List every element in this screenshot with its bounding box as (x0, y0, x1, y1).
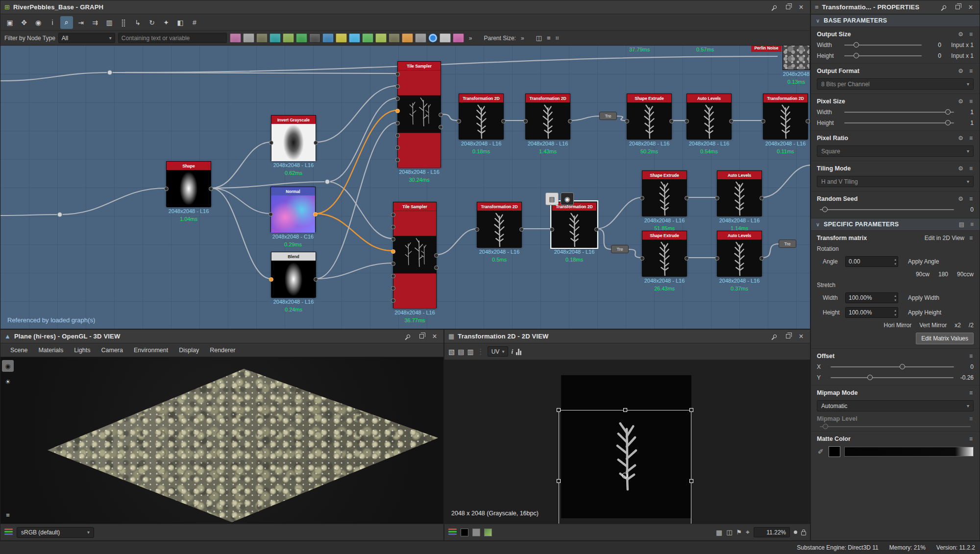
node-type-icon[interactable] (375, 33, 387, 43)
vert-mirror-button[interactable]: Vert Mirror (919, 322, 947, 329)
pixel-height-slider[interactable] (844, 122, 954, 123)
node-port[interactable] (640, 196, 644, 200)
graph-node[interactable]: Shape Extrude (642, 170, 687, 216)
info-icon[interactable]: i (511, 348, 513, 356)
node-port[interactable] (475, 227, 479, 232)
node-port[interactable] (519, 227, 524, 232)
graph-node[interactable]: Tile Sampler (393, 202, 437, 308)
matte-gradient-bar[interactable] (844, 447, 974, 457)
menu-lights[interactable]: Lights (69, 345, 95, 355)
graph-node[interactable]: Tile Sampler (397, 61, 441, 168)
node-port[interactable] (806, 119, 810, 123)
collapsed-node[interactable]: Tre (779, 240, 796, 248)
node-port[interactable] (760, 196, 764, 200)
light-icon[interactable]: ☀ (2, 376, 14, 387)
gizmo-handle[interactable] (557, 479, 561, 483)
expose-parameter-icon[interactable]: ⚙ (957, 135, 964, 142)
gizmo-handle[interactable] (623, 408, 627, 412)
parameter-menu-icon[interactable]: ≡ (968, 68, 974, 74)
close-icon[interactable]: × (796, 332, 806, 341)
graph-node[interactable]: Perlin Noise (751, 46, 810, 70)
node-port[interactable] (457, 119, 461, 123)
edit-matrix-values-button[interactable]: Edit Matrix Values (916, 333, 974, 344)
offset-y-slider[interactable] (831, 377, 954, 378)
node-type-icon[interactable] (230, 33, 241, 43)
specific-parameters-header[interactable]: ∨ SPECIFIC PARAMETERS ▤ ≡ (811, 218, 980, 231)
restore-window-icon[interactable] (953, 2, 962, 12)
node-port[interactable] (625, 119, 629, 123)
uv-mode-select[interactable]: UV▾ (488, 346, 509, 357)
tool-link-create-icon[interactable]: ⇥ (74, 16, 87, 29)
node-port[interactable] (685, 196, 689, 200)
matte-color-swatch[interactable] (829, 446, 840, 457)
view3d-viewport[interactable] (0, 357, 443, 524)
graph-node[interactable]: Shape (166, 161, 211, 207)
output-height-value[interactable]: 0 (929, 52, 941, 59)
node-port[interactable] (395, 121, 400, 125)
offset-x-slider[interactable] (831, 366, 954, 367)
node-port[interactable] (395, 145, 400, 150)
node-wire[interactable] (0, 215, 60, 216)
node-type-icon[interactable] (243, 33, 254, 43)
preset-icon[interactable]: ▤ (958, 221, 965, 228)
channels-icon[interactable] (448, 529, 457, 536)
graph-node[interactable]: Shape Extrude (627, 94, 672, 139)
graph-search-input[interactable] (118, 33, 227, 43)
node-port[interactable] (439, 125, 443, 129)
pixel-ratio-select[interactable]: Square▾ (817, 145, 974, 157)
node-pin-output-button[interactable]: ◉ (561, 193, 574, 205)
parameter-menu-icon[interactable]: ≡ (968, 435, 974, 442)
camera-icon[interactable]: ◉ (2, 360, 14, 372)
tool-camera-icon[interactable]: ◉ (32, 16, 45, 29)
parameter-menu-icon[interactable]: ≡ (968, 135, 974, 142)
close-icon[interactable]: × (430, 332, 440, 341)
pin-icon[interactable] (939, 2, 949, 12)
rotate-90ccw-button[interactable]: 90ccw (957, 271, 974, 278)
node-type-icon[interactable] (428, 33, 438, 43)
graph-node[interactable]: Transformation 2D (763, 94, 808, 139)
node-type-icon[interactable] (256, 33, 268, 43)
edit-in-2d-view-button[interactable]: Edit in 2D View (925, 235, 964, 241)
node-wire[interactable] (316, 122, 397, 279)
rotate-90cw-button[interactable]: 90cw (916, 271, 930, 278)
save-view-icon[interactable]: ▤ (458, 348, 464, 356)
node-port[interactable] (391, 249, 395, 254)
node-wire[interactable] (762, 244, 779, 258)
tool-pan-icon[interactable]: ✥ (18, 16, 30, 29)
graph-node[interactable]: Auto Levels (717, 231, 762, 276)
parameter-menu-icon[interactable]: ≡ (968, 235, 974, 241)
node-wire[interactable] (629, 249, 642, 258)
graph-node[interactable]: Blend (271, 252, 316, 297)
pin-icon[interactable] (770, 2, 780, 12)
node-wire[interactable] (316, 263, 393, 279)
view2d-viewport[interactable]: 2048 x 2048 (Grayscale, 16bpc) (444, 360, 810, 524)
node-port[interactable] (685, 119, 689, 123)
graph-canvas[interactable]: Referenced by loaded graph(s) Shape2048x… (0, 46, 810, 329)
angle-input[interactable]: 0.00 ▴▾ (845, 256, 898, 267)
apply-height-button[interactable]: Apply Height (908, 309, 941, 316)
node-port[interactable] (685, 256, 689, 261)
node-wire[interactable] (597, 197, 642, 229)
expose-parameter-icon[interactable]: ⚙ (957, 68, 964, 74)
node-port[interactable] (391, 274, 395, 278)
node-port[interactable] (550, 227, 554, 232)
output-format-select[interactable]: 8 Bits per Channel▾ (817, 78, 974, 90)
rotate-180-button[interactable]: 180 (938, 271, 948, 278)
node-port[interactable] (395, 158, 400, 162)
node-port[interactable] (439, 113, 443, 117)
graph-node[interactable]: Transformation 2D (459, 94, 504, 139)
node-port[interactable] (669, 119, 674, 123)
parent-size-overflow-icon[interactable]: » (519, 35, 526, 42)
node-type-icon[interactable] (270, 33, 281, 43)
tool-info-icon[interactable]: i (46, 16, 59, 29)
grid-toggle-icon[interactable]: ▦ (716, 529, 722, 536)
node-port[interactable] (594, 227, 599, 232)
node-wire[interactable] (110, 56, 778, 72)
center-view-icon[interactable]: ⌖ (746, 528, 750, 536)
node-type-icon[interactable] (349, 33, 360, 43)
menu-scene[interactable]: Scene (5, 345, 32, 355)
node-port[interactable] (761, 119, 765, 123)
graph-node[interactable]: Normal (270, 187, 316, 232)
node-type-icon[interactable] (336, 33, 347, 43)
expose-parameter-icon[interactable]: ⚙ (957, 31, 964, 38)
